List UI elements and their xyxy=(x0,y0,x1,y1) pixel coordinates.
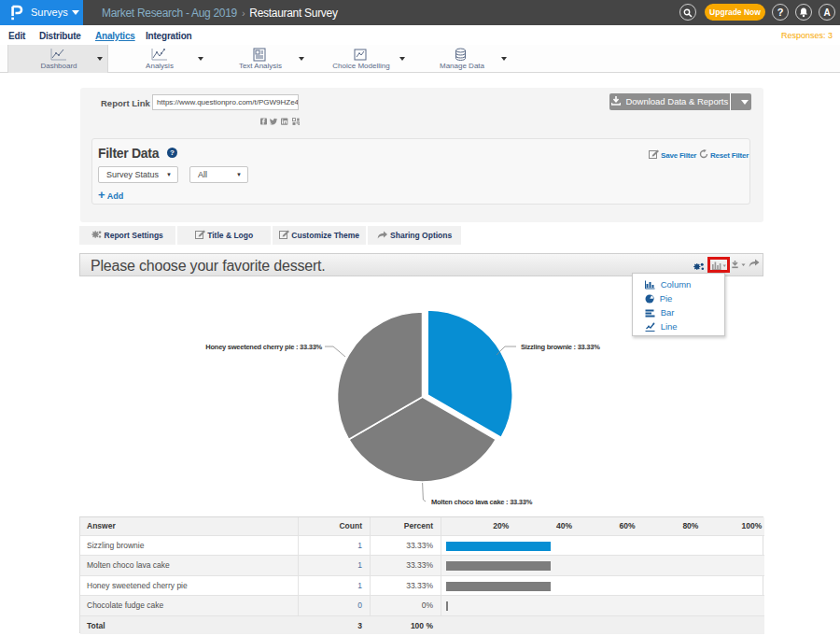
svg-text:Sizzling brownie : 33.33%: Sizzling brownie : 33.33% xyxy=(521,343,600,351)
svg-text:Molten choco lava cake : 33.33: Molten choco lava cake : 33.33% xyxy=(431,498,533,506)
svg-text:Honey sweetened cherry pie : 3: Honey sweetened cherry pie : 33.33% xyxy=(205,343,322,351)
